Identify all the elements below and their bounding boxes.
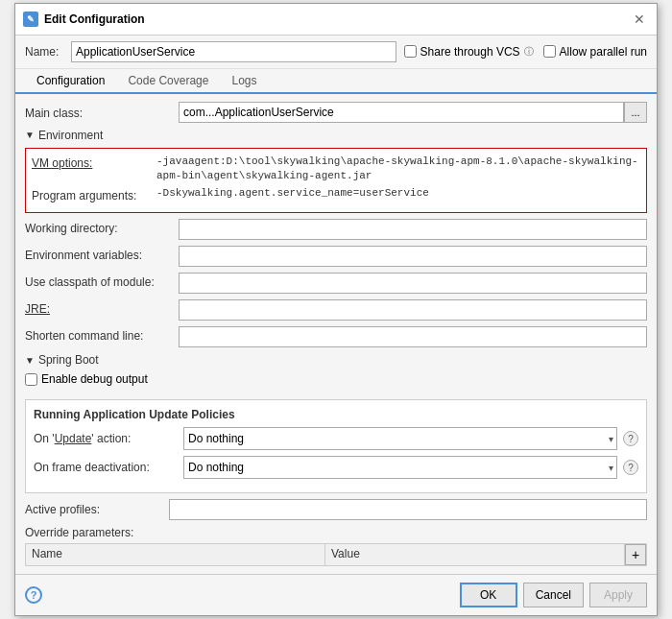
program-arguments-row: Program arguments: -Dskywalking.agent.se…	[32, 187, 640, 202]
help-button[interactable]: ?	[25, 586, 42, 604]
override-parameters-section: Override parameters: Name Value +	[25, 526, 647, 566]
jre-label: JRE:	[25, 299, 179, 316]
dialog-icon: ✎	[23, 12, 38, 27]
browse-button[interactable]: ...	[624, 102, 647, 123]
enable-debug-row: Enable debug output	[25, 372, 647, 393]
main-class-input[interactable]	[179, 102, 624, 123]
bottom-left: ?	[25, 586, 42, 604]
content-area: Main class: ... ▼ Environment VM options…	[15, 94, 657, 575]
shorten-command-label: Shorten command line:	[25, 326, 179, 343]
allow-parallel-label[interactable]: Allow parallel run	[543, 45, 647, 59]
active-profiles-row: Active profiles:	[25, 499, 647, 520]
edit-configuration-dialog: ✎ Edit Configuration ✕ Name: Share throu…	[14, 3, 658, 617]
environment-variables-row: Environment variables:	[25, 246, 647, 267]
vm-program-section: VM options: -javaagent:D:\tool\skywalkin…	[25, 148, 647, 214]
title-bar-left: ✎ Edit Configuration	[23, 12, 145, 27]
spring-boot-toggle[interactable]: ▼	[25, 355, 35, 366]
ok-button[interactable]: OK	[460, 583, 517, 607]
working-directory-label: Working directory:	[25, 219, 179, 235]
col-value: Value	[325, 544, 625, 565]
bottom-right: OK Cancel Apply	[460, 583, 647, 607]
update-action-select-wrapper: Do nothing Update classes and resources …	[183, 427, 617, 450]
bottom-bar: ? OK Cancel Apply	[15, 574, 657, 615]
main-class-row: Main class: ...	[25, 102, 647, 123]
policy-title: Running Application Update Policies	[34, 408, 638, 421]
add-override-button[interactable]: +	[625, 544, 646, 565]
name-input[interactable]	[71, 41, 396, 62]
override-table-header: Name Value +	[25, 543, 647, 566]
frame-deactivation-select-wrapper: Do nothing Update classes and resources …	[183, 456, 617, 479]
environment-toggle[interactable]: ▼	[25, 130, 35, 140]
override-parameters-label: Override parameters:	[25, 526, 647, 539]
jre-row: JRE:	[25, 299, 647, 321]
apply-button[interactable]: Apply	[589, 583, 647, 607]
program-arguments-label: Program arguments:	[32, 187, 156, 202]
frame-deactivation-row: On frame deactivation: Do nothing Update…	[34, 456, 638, 479]
tab-code-coverage[interactable]: Code Coverage	[116, 69, 220, 94]
jre-select[interactable]	[179, 299, 647, 321]
environment-label: Environment	[38, 129, 103, 142]
program-arguments-value: -Dskywalking.agent.service_name=userServ…	[156, 187, 640, 199]
title-bar: ✎ Edit Configuration ✕	[15, 4, 657, 36]
tab-configuration[interactable]: Configuration	[25, 69, 116, 94]
share-vcs-help[interactable]: ⓘ	[524, 45, 534, 59]
active-profiles-input[interactable]	[169, 499, 647, 520]
update-action-select[interactable]: Do nothing Update classes and resources …	[183, 427, 617, 450]
running-policies-section: Running Application Update Policies On '…	[25, 399, 647, 493]
environment-variables-label: Environment variables:	[25, 246, 179, 262]
frame-deactivation-help[interactable]: ?	[623, 460, 638, 475]
tabs-container: Configuration Code Coverage Logs	[15, 69, 657, 94]
cancel-button[interactable]: Cancel	[523, 583, 584, 607]
tab-logs[interactable]: Logs	[220, 69, 268, 94]
close-button[interactable]: ✕	[630, 10, 649, 29]
shorten-command-select[interactable]	[179, 326, 647, 347]
update-action-help[interactable]: ?	[623, 431, 638, 446]
working-directory-row: Working directory:	[25, 219, 647, 240]
update-action-row: On 'Update' action: Do nothing Update cl…	[34, 427, 638, 450]
vm-options-label: VM options:	[32, 155, 156, 170]
environment-variables-input[interactable]	[179, 246, 647, 267]
name-row-right: Share through VCS ⓘ Allow parallel run	[404, 45, 647, 59]
frame-deactivation-label: On frame deactivation:	[34, 461, 178, 474]
environment-section-header: ▼ Environment	[25, 129, 647, 142]
main-class-label: Main class:	[25, 104, 179, 120]
vm-options-value: -javaagent:D:\tool\skywalking\apache-sky…	[156, 155, 640, 184]
enable-debug-checkbox[interactable]	[25, 373, 37, 386]
allow-parallel-checkbox[interactable]	[543, 45, 556, 58]
spring-boot-section: ▼ Spring Boot Enable debug output	[25, 353, 647, 393]
active-profiles-label: Active profiles:	[25, 503, 169, 516]
dialog-title: Edit Configuration	[44, 12, 145, 26]
spring-boot-header: ▼ Spring Boot	[25, 353, 647, 367]
vm-options-row: VM options: -javaagent:D:\tool\skywalkin…	[32, 155, 640, 184]
use-classpath-label: Use classpath of module:	[25, 273, 179, 289]
working-directory-input[interactable]	[179, 219, 647, 240]
shorten-command-row: Shorten command line:	[25, 326, 647, 347]
frame-deactivation-select[interactable]: Do nothing Update classes and resources …	[183, 456, 617, 479]
use-classpath-select[interactable]	[179, 273, 647, 294]
share-vcs-checkbox[interactable]	[404, 45, 417, 58]
spring-boot-label: Spring Boot	[38, 353, 99, 367]
col-name: Name	[26, 544, 325, 565]
enable-debug-label[interactable]: Enable debug output	[25, 372, 148, 386]
use-classpath-row: Use classpath of module:	[25, 273, 647, 294]
update-action-label: On 'Update' action:	[34, 432, 178, 445]
name-label: Name:	[25, 45, 63, 59]
name-row: Name: Share through VCS ⓘ Allow parallel…	[15, 36, 657, 69]
share-vcs-label[interactable]: Share through VCS ⓘ	[404, 45, 534, 59]
